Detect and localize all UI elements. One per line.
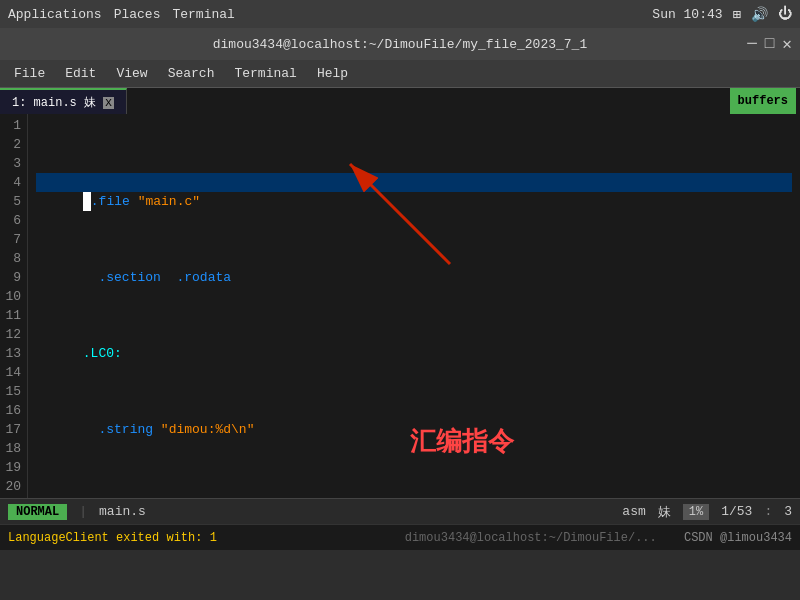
system-bar-left: Applications Places Terminal	[8, 7, 235, 22]
volume-icon: 🔊	[751, 6, 768, 23]
terminal-menu[interactable]: Terminal	[172, 7, 234, 22]
tab-main-s[interactable]: 1: main.s 妹 X	[0, 88, 127, 114]
line-numbers: 12345 678910 1112131415 1617181920	[0, 114, 28, 498]
places-menu[interactable]: Places	[114, 7, 161, 22]
code-line-2: .section .rodata	[36, 249, 792, 268]
system-bar: Applications Places Terminal Sun 10:43 ⊞…	[0, 0, 800, 28]
minimize-button[interactable]: ─	[747, 35, 757, 53]
menu-file[interactable]: File	[6, 64, 53, 83]
menu-view[interactable]: View	[108, 64, 155, 83]
menu-help[interactable]: Help	[309, 64, 356, 83]
status-left: NORMAL | main.s	[8, 504, 146, 520]
code-area[interactable]: .file "main.c" .section .rodata .LC0: .s…	[28, 114, 800, 498]
menu-bar: File Edit View Search Terminal Help	[0, 60, 800, 88]
tab-bar: 1: main.s 妹 X buffers	[0, 88, 800, 114]
status-file: main.s	[99, 504, 146, 519]
status-separator: |	[79, 504, 87, 519]
power-icon: ⏻	[778, 6, 792, 22]
status-col-num: 3	[784, 504, 792, 519]
status-position: 1/53	[721, 504, 752, 519]
bottom-bar: LanguageClient exited with: 1 dimou3434@…	[0, 524, 800, 550]
clock: Sun 10:43	[652, 7, 722, 22]
status-lang: asm	[622, 504, 645, 519]
menu-search[interactable]: Search	[160, 64, 223, 83]
app-menu[interactable]: Applications	[8, 7, 102, 22]
code-line-1: .file "main.c"	[36, 173, 792, 192]
menu-edit[interactable]: Edit	[57, 64, 104, 83]
network-icon: ⊞	[733, 6, 741, 23]
code-line-5: .LC1:	[36, 477, 792, 496]
status-col: :	[764, 504, 772, 519]
buffers-badge: buffers	[730, 88, 796, 114]
system-bar-right: Sun 10:43 ⊞ 🔊 ⏻	[652, 6, 792, 23]
dimou-user: dimou3434@localhost:~/DimouFile/...	[405, 531, 657, 545]
vim-mode: NORMAL	[8, 504, 67, 520]
code-line-4: .string "dimou:%d\n"	[36, 401, 792, 420]
menu-terminal[interactable]: Terminal	[226, 64, 304, 83]
csdn-info: CSDN @limou3434	[684, 531, 792, 545]
bottom-right-info: dimou3434@localhost:~/DimouFile/... CSDN…	[405, 531, 792, 545]
lang-client-msg: LanguageClient exited with: 1	[8, 531, 217, 545]
status-encoding: 妹	[658, 503, 671, 521]
maximize-button[interactable]: □	[765, 35, 775, 53]
title-bar-controls: ─ □ ✕	[747, 34, 792, 54]
title-bar: dimou3434@localhost:~/DimouFile/my_file_…	[0, 28, 800, 60]
status-right: asm 妹 1% 1/53 : 3	[622, 503, 792, 521]
window-title: dimou3434@localhost:~/DimouFile/my_file_…	[213, 37, 587, 52]
status-pct: 1%	[683, 504, 709, 520]
editor: 12345 678910 1112131415 1617181920 .file…	[0, 114, 800, 498]
close-button[interactable]: ✕	[782, 34, 792, 54]
tab-label: 1: main.s 妹 X	[12, 94, 114, 111]
status-bar: NORMAL | main.s asm 妹 1% 1/53 : 3	[0, 498, 800, 524]
code-line-3: .LC0:	[36, 325, 792, 344]
tab-list: 1: main.s 妹 X	[0, 88, 127, 114]
